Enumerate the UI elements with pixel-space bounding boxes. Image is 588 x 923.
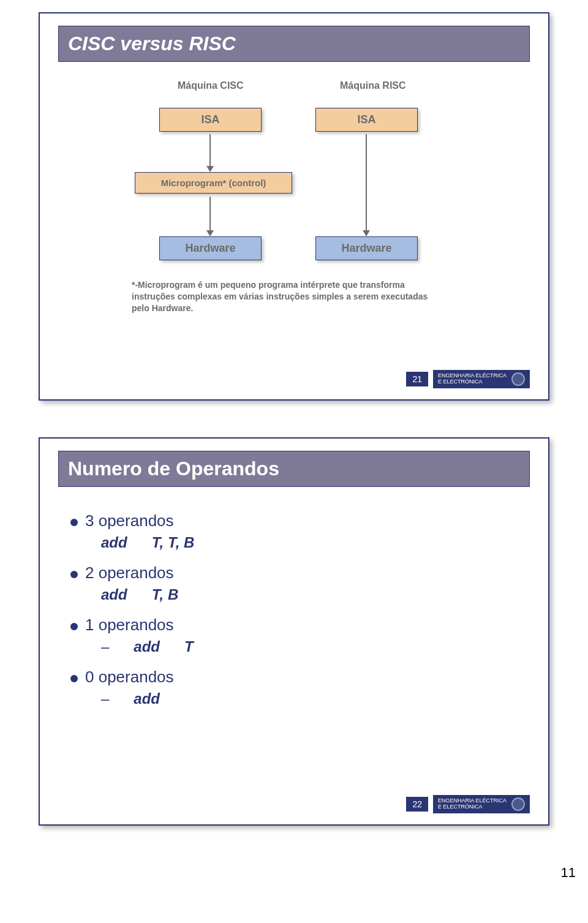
slide2-title: Numero de Operandos — [68, 458, 279, 480]
label-maquina-risc: Máquina RISC — [340, 80, 406, 91]
bullet-label: 1 operandos — [85, 616, 174, 635]
sub-cmd: add — [101, 586, 127, 603]
diagram: Máquina CISC Máquina RISC ISA ISA Microp… — [70, 80, 518, 344]
bullet-dot-icon — [70, 571, 78, 578]
bullet-2-operandos: 2 operandos — [70, 563, 518, 582]
arrow-micro-to-hw — [209, 197, 211, 230]
footer-branding-text: ENGENHARIA ELÉCTRICA E ELECTRÓNICA — [438, 798, 507, 810]
slide2-footer: 22 ENGENHARIA ELÉCTRICA E ELECTRÓNICA — [406, 795, 530, 813]
bullet-label: 2 operandos — [85, 563, 174, 582]
bullet-label: 3 operandos — [85, 511, 174, 530]
sub-2-operandos: add T, B — [101, 586, 518, 603]
bullet-dot-icon — [70, 519, 78, 526]
bullet-list: 3 operandos add T, T, B 2 operandos add … — [70, 505, 518, 707]
dash-icon: – — [101, 690, 109, 707]
sub-arg: T, T, B — [152, 534, 195, 551]
arrow-head-icon — [206, 166, 214, 172]
arrow-isa-to-micro — [209, 134, 211, 166]
dash-icon: – — [101, 638, 109, 655]
bullet-3-operandos: 3 operandos — [70, 511, 518, 530]
bullet-1-operandos: 1 operandos — [70, 616, 518, 635]
box-microprogram: Microprogram* (control) — [135, 172, 292, 194]
sub-cmd: add — [134, 638, 160, 655]
sub-arg: T — [184, 638, 194, 655]
bullet-label: 0 operandos — [85, 668, 174, 687]
sub-cmd: add — [134, 690, 160, 707]
box-isa-cisc: ISA — [159, 108, 262, 132]
microprogram-footnote: *-Microprogram é um pequeno programa int… — [132, 279, 438, 314]
bullet-dot-icon — [70, 623, 78, 630]
footer-branding-text: ENGENHARIA ELÉCTRICA E ELECTRÓNICA — [438, 373, 507, 385]
footer-line2: E ELECTRÓNICA — [438, 804, 507, 810]
footer-branding: ENGENHARIA ELÉCTRICA E ELECTRÓNICA — [433, 795, 530, 813]
box-hardware-risc: Hardware — [315, 236, 418, 260]
logo-circle-icon — [511, 797, 525, 811]
slide-1: CISC versus RISC Máquina CISC Máquina RI… — [39, 12, 549, 401]
page: CISC versus RISC Máquina CISC Máquina RI… — [0, 12, 588, 887]
slide2-body: 3 operandos add T, T, B 2 operandos add … — [40, 487, 548, 707]
slide1-footer: 21 ENGENHARIA ELÉCTRICA E ELECTRÓNICA — [406, 370, 530, 388]
sub-arg: T, B — [152, 586, 179, 603]
slide2-title-bar: Numero de Operandos — [58, 451, 530, 487]
sub-1-operandos: – add T — [101, 638, 518, 655]
footer-line2: E ELECTRÓNICA — [438, 379, 507, 385]
slide2-number: 22 — [406, 797, 428, 812]
logo-circle-icon — [511, 372, 525, 386]
box-isa-risc: ISA — [315, 108, 418, 132]
arrow-head-icon — [206, 230, 214, 236]
slide1-number: 21 — [406, 372, 428, 386]
slide1-title-bar: CISC versus RISC — [58, 26, 530, 62]
slide1-title: CISC versus RISC — [68, 32, 236, 55]
bullet-dot-icon — [70, 675, 78, 682]
arrow-head-icon — [363, 230, 370, 236]
label-maquina-cisc: Máquina CISC — [178, 80, 244, 91]
sub-0-operandos: – add — [101, 690, 518, 707]
sub-cmd: add — [101, 534, 127, 551]
slide-2: Numero de Operandos 3 operandos add T, T… — [39, 437, 549, 826]
sub-3-operandos: add T, T, B — [101, 534, 518, 551]
slide1-body: Máquina CISC Máquina RISC ISA ISA Microp… — [40, 62, 548, 344]
box-hardware-cisc: Hardware — [159, 236, 262, 260]
page-number: 11 — [561, 865, 576, 881]
bullet-0-operandos: 0 operandos — [70, 668, 518, 687]
footer-branding: ENGENHARIA ELÉCTRICA E ELECTRÓNICA — [433, 370, 530, 388]
arrow-isa-to-hw-risc — [366, 134, 367, 230]
